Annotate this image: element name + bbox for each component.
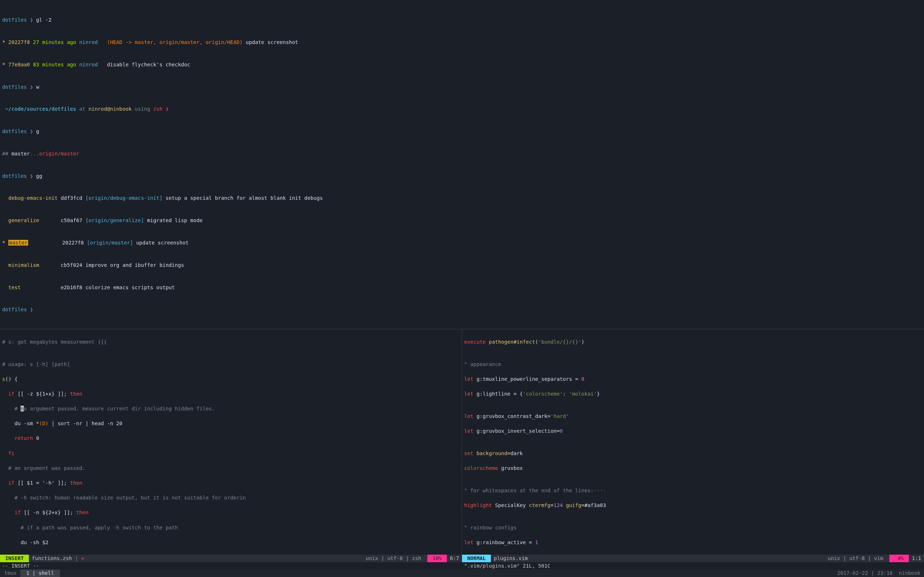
tmux-window-active[interactable]: 1 | shell xyxy=(20,569,60,577)
commit-hash: 20227f8 xyxy=(8,39,30,45)
comment: # if a path was passed, apply -h switch … xyxy=(2,524,459,532)
git-log-entry: * 20227f8 27 minutes ago ninrod (HEAD ->… xyxy=(2,39,922,46)
cursor-line: # no argument passed. measure current di… xyxy=(2,405,459,413)
cwd: dotfiles xyxy=(2,17,27,23)
git-log-entry: * 77e8aa0 83 minutes ago ninrod disable … xyxy=(2,61,922,69)
keyword-fi: fi xyxy=(2,450,459,457)
scroll-percent: 4% xyxy=(889,554,909,562)
commit-author: ninrod xyxy=(79,39,98,45)
trailing-ws-dots: ···· xyxy=(594,488,606,493)
filename: functions.zsh xyxy=(32,555,72,561)
statusline-left: INSERT functions.zsh | + unix | utf-8 | … xyxy=(0,554,462,562)
filename: plugins.vim xyxy=(491,554,531,562)
text-cursor: n xyxy=(21,406,24,411)
branch-row: minimalism cb5f024 improve org and ibuff… xyxy=(2,261,922,269)
tmux-session-name[interactable]: tmux xyxy=(1,569,20,577)
vim-comment: " rainbow configs xyxy=(464,524,922,532)
vim-comment: " for whitespaces at the end of the line… xyxy=(464,488,594,493)
command: g xyxy=(36,128,39,134)
current-branch: master xyxy=(8,240,28,246)
file-read-msg: ".vim/plugins.vim" 21L, 501C xyxy=(462,562,924,570)
branch-name: generalize xyxy=(8,218,39,223)
func-name: s xyxy=(2,376,5,382)
editor-pane-left[interactable]: # s: get megabytes measurement {{{ # usa… xyxy=(0,329,462,554)
number: 0 xyxy=(582,376,585,382)
modified-flag: + xyxy=(81,555,84,561)
prompt-line: dotfiles ❯ w xyxy=(2,83,922,91)
vim-split: # s: get megabytes measurement {{{ # usa… xyxy=(0,329,924,554)
statusline-right: NORMAL plugins.vim unix | utf-8 | vim 4%… xyxy=(462,554,924,562)
branch-row: test e2b16f8 colorize emacs scripts outp… xyxy=(2,284,922,292)
commit-author: ninrod xyxy=(79,62,98,68)
shell-scrollback[interactable]: dotfiles ❯ gl -2 * 20227f8 27 minutes ag… xyxy=(0,0,924,329)
vim-keyword: execute xyxy=(464,339,486,345)
file-info: unix | utf-8 | vim xyxy=(825,554,889,562)
editor-pane-right[interactable]: execute pathogen#infect('bundle/{}/{}') … xyxy=(462,329,924,554)
cwd-info: ~/code/sources/dotfiles at ninrod@ninboo… xyxy=(2,105,922,113)
prompt-line: dotfiles ❯ gg xyxy=(2,172,922,180)
branch-name: test xyxy=(8,285,21,290)
comment: # usage: s [-h] [path] xyxy=(2,361,459,368)
branch-name: minimalism xyxy=(8,262,39,268)
insert-mode-msg: -- INSERT -- xyxy=(0,562,462,570)
branch-row: debug-emacs-init ddf3fcd [origin/debug-e… xyxy=(2,194,922,202)
string: 'bundle/{}/{}' xyxy=(538,339,582,345)
vim-command-line: -- INSERT -- ".vim/plugins.vim" 21L, 501… xyxy=(0,562,924,570)
keyword-then: then xyxy=(70,391,82,397)
command: w xyxy=(36,84,39,90)
commit-msg: update screenshot xyxy=(246,39,298,45)
git-status: ## master...origin/master xyxy=(2,150,922,158)
tmux-clock-host: 2017-02-22 | 23:18 ninbook xyxy=(60,569,923,577)
commit-refs: (HEAD -> master, origin/master, origin/H… xyxy=(107,39,242,45)
vim-comment: " appearance xyxy=(464,361,922,368)
prompt-symbol: ❯ xyxy=(30,17,33,23)
mode-indicator: NORMAL xyxy=(462,554,491,562)
branch-row-current: * master 20227f8 [origin/master] update … xyxy=(2,239,922,247)
keyword-if: if xyxy=(2,391,15,397)
scroll-percent: 10% xyxy=(427,554,447,562)
terminal-screen: dotfiles ❯ gl -2 * 20227f8 27 minutes ag… xyxy=(0,0,924,577)
comment: # an argument was passed. xyxy=(2,464,459,472)
keyword-return: return xyxy=(2,435,33,441)
prompt-line[interactable]: dotfiles ❯ xyxy=(2,306,922,313)
commit-msg: disable flycheck's checkdoc xyxy=(107,62,190,68)
commit-age: 83 minutes ago xyxy=(33,62,76,68)
vim-statusline-row: INSERT functions.zsh | + unix | utf-8 | … xyxy=(0,554,924,562)
command: gl -2 xyxy=(36,17,52,23)
commit-age: 27 minutes ago xyxy=(33,39,76,45)
tmux-statusline[interactable]: tmux 1 | shell 2017-02-22 | 23:18 ninboo… xyxy=(0,569,924,577)
command: gg xyxy=(36,173,42,179)
branch-row: generalize c50af67 [origin/generalize] m… xyxy=(2,217,922,224)
cursor-position: 6:7 xyxy=(447,554,462,562)
commit-hash: 77e8aa0 xyxy=(8,62,30,68)
prompt-line: dotfiles ❯ gl -2 xyxy=(2,16,922,24)
comment: # -h switch: human readable size output,… xyxy=(2,494,459,501)
mode-indicator: INSERT xyxy=(0,554,29,562)
cursor-position: 1:1 xyxy=(909,554,924,562)
branch-name: debug-emacs-init xyxy=(8,195,58,201)
comment: # s: get megabytes measurement {{{ xyxy=(2,338,459,346)
file-info: unix | utf-8 | zsh xyxy=(363,554,427,562)
prompt-line: dotfiles ❯ g xyxy=(2,128,922,135)
